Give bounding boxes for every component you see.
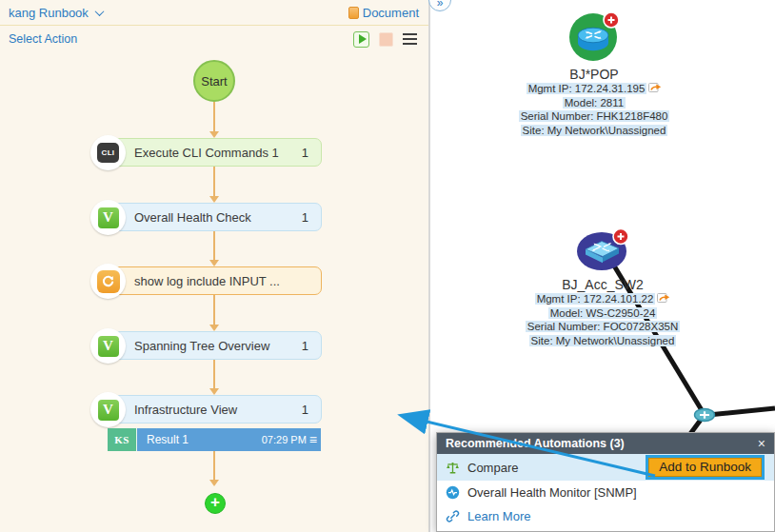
node-label: Overall Health Check <box>134 210 251 225</box>
runbook-panel: kang Runbook Document Select Action Star… <box>0 0 430 532</box>
add-to-runbook-button[interactable]: Add to Runbook <box>648 458 762 477</box>
flow-node-execute-cli[interactable]: CLI Execute CLI Commands 1 1 <box>95 138 322 167</box>
document-icon <box>348 7 359 19</box>
flow-connector <box>213 231 215 261</box>
result-row[interactable]: KS Result 1 07:29 PM ≡ <box>108 428 321 451</box>
device-bjpop[interactable]: BJ*POP Mgmt IP: 172.24.31.195 Model: 281… <box>480 10 708 137</box>
qapp-icon: V <box>90 392 126 427</box>
play-icon <box>359 34 367 44</box>
select-action-link[interactable]: Select Action <box>9 32 77 46</box>
recommended-automations-popup: Recommended Automations (3) × Compare Ad… <box>436 432 775 532</box>
flow-connector <box>213 102 215 132</box>
flow-start-node[interactable]: Start <box>193 60 235 102</box>
result-menu-icon[interactable]: ≡ <box>309 432 317 447</box>
popup-title: Recommended Automations (3) <box>446 437 625 450</box>
flow-node-overall-health-check[interactable]: V Overall Health Check 1 <box>95 203 322 231</box>
runbook-header: kang Runbook Document <box>0 0 428 26</box>
device-serial: Serial Number: FHK1218F480 <box>480 109 708 124</box>
runbook-toolbar: Select Action <box>0 27 428 51</box>
node-label: Execute CLI Commands 1 <box>134 146 279 160</box>
close-icon[interactable]: × <box>758 436 765 451</box>
switch-icon <box>575 228 630 272</box>
automation-label: Overall Health Monitor [SNMP] <box>467 485 637 500</box>
device-mgmt-ip: Mgmt IP: 172.24.101.22 <box>488 292 717 306</box>
qapp-icon: V <box>90 328 126 364</box>
learn-more-link[interactable]: Learn More <box>437 504 774 528</box>
result-time: 07:29 PM <box>262 434 307 445</box>
flow-connector <box>213 359 215 389</box>
automation-row-health-monitor[interactable]: Overall Health Monitor [SNMP] <box>437 481 774 504</box>
add-device-badge-icon <box>613 229 628 245</box>
network-map[interactable]: BJ*POP Mgmt IP: 172.24.31.195 Model: 281… <box>432 0 775 532</box>
device-serial: Serial Number: FOC0728X35N <box>488 320 717 334</box>
learn-more-label: Learn More <box>467 509 530 523</box>
cli-icon: CLI <box>90 135 126 170</box>
device-mgmt-ip: Mgmt IP: 172.24.31.195 <box>480 82 708 96</box>
runbook-title-dropdown[interactable]: kang Runbook <box>9 6 103 20</box>
device-site: Site: My Network\Unassigned <box>488 334 717 348</box>
device-name: BJ*POP <box>480 67 708 82</box>
flow-node-show-log[interactable]: show log include INPUT ... <box>95 266 322 295</box>
document-label: Document <box>363 6 419 20</box>
node-count: 1 <box>302 339 308 353</box>
qapp-icon: V <box>90 200 126 235</box>
node-label: Infrastructure View <box>134 403 237 417</box>
stop-button[interactable] <box>379 32 393 47</box>
device-model: Model: WS-C2950-24 <box>488 306 717 321</box>
node-count: 1 <box>302 146 308 160</box>
flow-connector <box>213 167 215 197</box>
result-label: Result 1 <box>147 433 189 446</box>
add-device-badge-icon <box>604 12 619 28</box>
runbook-menu-button[interactable] <box>403 31 417 48</box>
runbook-title: kang Runbook <box>9 6 89 20</box>
open-device-icon[interactable] <box>657 292 670 304</box>
node-label: show log include INPUT ... <box>134 274 280 288</box>
router-icon <box>568 10 620 62</box>
node-label: Spanning Tree Overview <box>134 339 269 353</box>
app-window: kang Runbook Document Select Action Star… <box>0 0 775 532</box>
device-name: BJ_Acc_SW2 <box>488 277 717 292</box>
open-device-icon[interactable] <box>648 82 662 93</box>
node-count: 1 <box>302 210 308 225</box>
link-icon <box>446 509 460 523</box>
document-button[interactable]: Document <box>348 6 419 20</box>
flow-connector <box>213 450 215 481</box>
compare-scales-icon <box>446 461 460 475</box>
flow-node-spanning-tree[interactable]: V Spanning Tree Overview 1 <box>95 331 322 360</box>
collapsed-node-icon <box>695 409 715 422</box>
device-bj-acc-sw2[interactable]: BJ_Acc_SW2 Mgmt IP: 172.24.101.22 Model:… <box>488 228 717 347</box>
run-button[interactable] <box>353 31 369 48</box>
flow-connector <box>213 295 215 325</box>
device-model: Model: 2811 <box>480 96 708 110</box>
chevron-down-icon <box>94 7 104 16</box>
health-monitor-icon <box>446 485 460 500</box>
automation-row-compare[interactable]: Compare Add to Runbook <box>437 454 774 481</box>
loop-arrow-icon <box>90 264 126 299</box>
add-step-button[interactable]: + <box>205 493 226 514</box>
ks-badge: KS <box>108 428 137 451</box>
device-site: Site: My Network\Unassigned <box>480 124 708 138</box>
popup-header: Recommended Automations (3) × <box>437 433 774 454</box>
node-count: 1 <box>302 403 308 417</box>
toolbar-icons <box>353 31 417 48</box>
flow-node-infrastructure-view[interactable]: V Infrastructure View 1 <box>95 395 322 424</box>
automation-label: Compare <box>467 461 518 475</box>
